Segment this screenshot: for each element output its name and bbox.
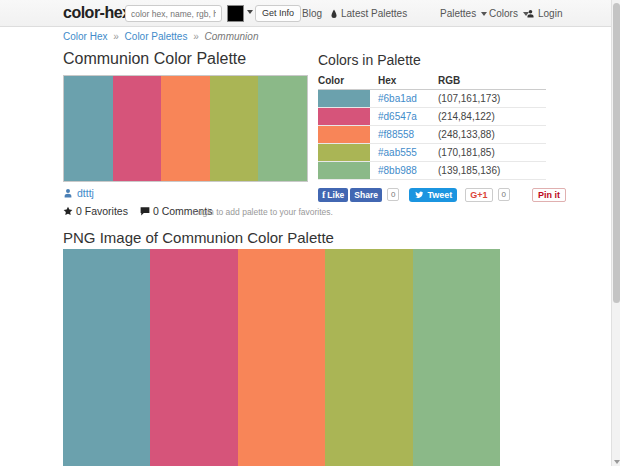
facebook-icon: f [322, 188, 325, 202]
droplet-icon [330, 9, 338, 19]
table-row: #8bb988 (139,185,136) [318, 162, 546, 180]
rgb-value: (170,181,85) [436, 144, 546, 162]
palette-stripe [63, 249, 150, 466]
rgb-value: (248,133,88) [436, 126, 546, 144]
nav-colors-menu[interactable]: Colors [489, 8, 529, 19]
google-plus-one-button[interactable]: G+1 [465, 188, 492, 202]
hex-link[interactable]: #d6547a [378, 111, 417, 122]
top-navbar: color-hex Get Info Blog Latest Palettes … [0, 0, 620, 27]
social-buttons-row: f Like Share 0 Tweet G+1 0 Pin it [318, 187, 566, 202]
palette-stripe [325, 249, 412, 466]
star-icon [63, 206, 73, 216]
gplus-count-badge: 0 [498, 188, 510, 201]
breadcrumb-separator: » [113, 31, 119, 42]
facebook-share-button[interactable]: Share [350, 188, 382, 202]
hex-link[interactable]: #6ba1ad [378, 93, 417, 104]
color-swatch[interactable] [318, 90, 370, 107]
table-row: #f88558 (248,133,88) [318, 126, 546, 144]
nav-latest-palettes-label: Latest Palettes [341, 8, 407, 19]
person-icon [63, 188, 73, 198]
breadcrumb-current: Communion [205, 31, 259, 42]
color-swatch[interactable] [318, 144, 370, 161]
comment-icon [140, 206, 150, 216]
palette-stripe[interactable] [64, 76, 113, 181]
table-header-row: Color Hex RGB [318, 72, 546, 90]
rgb-value: (214,84,122) [436, 108, 546, 126]
breadcrumb-home-link[interactable]: Color Hex [63, 31, 107, 42]
favorites-label: 0 Favorites [76, 205, 128, 217]
palette-stripe[interactable] [113, 76, 162, 181]
palette-stripe [150, 249, 237, 466]
get-info-button[interactable]: Get Info [255, 5, 301, 22]
tweet-button[interactable]: Tweet [409, 188, 457, 202]
author-link[interactable]: dtttj [77, 187, 94, 199]
nav-login-label: Login [538, 8, 562, 19]
nav-palettes-menu[interactable]: Palettes [440, 8, 487, 19]
palette-preview-image[interactable] [63, 75, 308, 182]
rgb-value: (107,161,173) [436, 90, 546, 108]
breadcrumb-palettes-link[interactable]: Color Palettes [125, 31, 188, 42]
login-hint[interactable]: Login to add palette to your favorites. [193, 207, 333, 217]
color-swatch[interactable] [318, 126, 370, 143]
like-label: Like [327, 188, 344, 202]
hex-link[interactable]: #8bb988 [378, 165, 417, 176]
header-hex: Hex [370, 72, 436, 90]
palette-stripe[interactable] [210, 76, 259, 181]
palette-stripe[interactable] [161, 76, 210, 181]
chevron-down-icon [481, 12, 487, 16]
search-input[interactable] [125, 5, 222, 22]
hex-link[interactable]: #aab555 [378, 147, 417, 158]
nav-blog[interactable]: Blog [302, 8, 322, 19]
png-section-title: PNG Image of Communion Color Palette [63, 229, 334, 246]
breadcrumb-separator: » [193, 31, 199, 42]
nav-palettes-label: Palettes [440, 8, 476, 19]
favorites-count: 0 Favorites [63, 205, 128, 217]
scrollbar-thumb[interactable] [613, 3, 620, 303]
current-color-swatch[interactable] [227, 5, 244, 22]
nav-blog-label: Blog [302, 8, 322, 19]
twitter-bird-icon [414, 190, 424, 199]
page-title: Communion Color Palette [63, 50, 246, 68]
table-row: #aab555 (170,181,85) [318, 144, 546, 162]
colors-table: Color Hex RGB #6ba1ad (107,161,173) #d65… [318, 72, 546, 180]
breadcrumb: Color Hex » Color Palettes » Communion [63, 31, 258, 42]
vertical-scrollbar[interactable] [611, 0, 620, 466]
nav-colors-label: Colors [489, 8, 518, 19]
author-row: dtttj [63, 187, 94, 199]
palette-stripe [238, 249, 325, 466]
table-row: #d6547a (214,84,122) [318, 108, 546, 126]
color-swatch[interactable] [318, 108, 370, 125]
palette-png-image[interactable] [63, 249, 500, 466]
rgb-value: (139,185,136) [436, 162, 546, 180]
palette-stripe [413, 249, 500, 466]
person-icon [526, 9, 535, 18]
facebook-like-button[interactable]: f Like [318, 188, 348, 202]
nav-login[interactable]: Login [526, 8, 562, 19]
site-logo[interactable]: color-hex [63, 4, 131, 22]
tweet-label: Tweet [427, 188, 452, 202]
colors-in-palette-title: Colors in Palette [318, 52, 421, 68]
table-row: #6ba1ad (107,161,173) [318, 90, 546, 108]
chevron-down-icon[interactable] [247, 10, 253, 14]
header-color: Color [318, 72, 370, 90]
like-count-badge: 0 [387, 188, 399, 201]
header-rgb: RGB [436, 72, 546, 90]
scrollbar-down-arrow-icon[interactable] [614, 460, 620, 464]
palette-stripe[interactable] [258, 76, 307, 181]
color-swatch[interactable] [318, 162, 370, 179]
nav-latest-palettes[interactable]: Latest Palettes [330, 8, 407, 19]
hex-link[interactable]: #f88558 [378, 129, 414, 140]
pinterest-pin-it-button[interactable]: Pin it [532, 188, 566, 202]
